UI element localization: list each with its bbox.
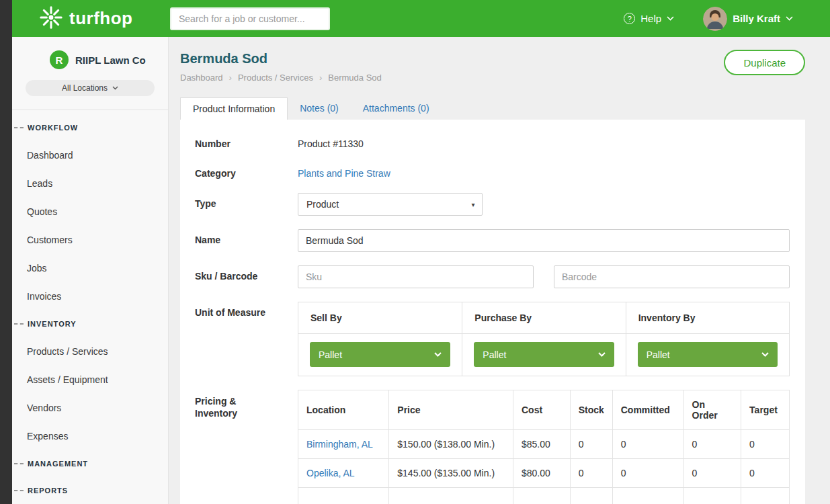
location-filter-label: All Locations: [62, 83, 108, 93]
company-name: RIIPL Lawn Co: [75, 54, 146, 66]
sidebar-item-products-services[interactable]: Products / Services: [12, 337, 168, 366]
left-rail: [0, 0, 12, 504]
section-dashes-icon: [14, 323, 24, 325]
logo[interactable]: turfhop: [12, 5, 169, 32]
sidebar-item-dashboard[interactable]: Dashboard: [12, 141, 168, 169]
chevron-down-icon: [786, 16, 793, 21]
col-target: Target: [741, 390, 790, 430]
unit-of-measure-row: Unit of Measure Sell By Purchase By Inve…: [180, 302, 805, 376]
breadcrumb-current: Bermuda Sod: [328, 73, 382, 83]
unit-of-measure-table: Sell By Purchase By Inventory By Pallet …: [298, 302, 790, 376]
breadcrumb-products-services[interactable]: Products / Services: [238, 73, 313, 83]
duplicate-button[interactable]: Duplicate: [724, 50, 805, 75]
number-label: Number: [195, 133, 298, 149]
tab-notes[interactable]: Notes (0): [288, 97, 351, 120]
sell-by-select[interactable]: Pallet: [310, 342, 450, 367]
purchase-by-select[interactable]: Pallet: [474, 342, 614, 367]
inventory-by-value: Pallet: [647, 349, 670, 360]
breadcrumb-separator: ›: [229, 73, 232, 83]
help-icon: ?: [624, 13, 635, 24]
nav-section-reports[interactable]: REPORTS: [12, 477, 168, 504]
name-label: Name: [195, 229, 298, 252]
sidebar-item-customers[interactable]: Customers: [12, 226, 168, 254]
help-label: Help: [640, 13, 661, 24]
sku-input[interactable]: [298, 265, 534, 288]
page-head: Bermuda Sod Dashboard › Products / Servi…: [180, 37, 805, 83]
company-account[interactable]: R RIIPL Lawn Co: [50, 50, 168, 69]
unit-of-measure-label: Unit of Measure: [195, 302, 298, 376]
section-dashes-icon: [14, 127, 24, 128]
uom-col-purchase-by: Purchase By: [462, 302, 625, 334]
nav-section-label: INVENTORY: [28, 320, 77, 328]
committed-cell: 0: [612, 459, 683, 488]
type-label: Type: [195, 193, 298, 216]
sprinkler-logo-icon: [39, 5, 63, 32]
tab-product-information[interactable]: Product Information: [180, 97, 288, 120]
sidebar-item-jobs[interactable]: Jobs: [12, 254, 168, 282]
purchase-by-value: Pallet: [483, 349, 506, 360]
on-order-cell: 0: [683, 459, 741, 488]
chevron-down-icon: [667, 16, 674, 21]
price-cell: $150.00 ($138.00 Min.): [389, 430, 513, 459]
section-dashes-icon: [14, 463, 24, 464]
col-committed: Committed: [612, 390, 683, 430]
sidebar-item-assets-equipment[interactable]: Assets / Equipment: [12, 366, 168, 394]
pricing-table: Location Price Cost Stock Committed On O…: [298, 390, 790, 504]
category-link[interactable]: Plants and Pine Straw: [298, 163, 390, 179]
chevron-down-icon: [434, 352, 442, 357]
pricing-inventory-row: Pricing & Inventory Location Price Cost: [180, 390, 805, 504]
logo-text: turfhop: [69, 8, 132, 29]
location-filter[interactable]: All Locations: [26, 80, 155, 96]
type-select-value: Product: [298, 199, 464, 210]
col-stock: Stock: [570, 390, 612, 430]
tab-attachments[interactable]: Attachments (0): [351, 97, 442, 120]
nav-section-workflow: WORKFLOW: [12, 114, 168, 141]
sidebar-item-leads[interactable]: Leads: [12, 169, 168, 198]
target-cell: 0: [741, 459, 790, 488]
price-cell: $145.00 ($135.00 Min.): [389, 459, 513, 488]
main-content: Bermuda Sod Dashboard › Products / Servi…: [169, 37, 830, 504]
nav-section-label: WORKFLOW: [28, 124, 78, 132]
sidebar-item-quotes[interactable]: Quotes: [12, 198, 168, 226]
help-menu[interactable]: ? Help: [624, 13, 674, 24]
nav-section-label: REPORTS: [28, 487, 68, 495]
sidebar-item-invoices[interactable]: Invoices: [12, 282, 168, 310]
user-menu[interactable]: Billy Kraft: [703, 7, 793, 31]
table-row-partial: [298, 488, 790, 504]
name-row: Name: [180, 229, 805, 252]
breadcrumb-dashboard[interactable]: Dashboard: [180, 73, 223, 83]
sidebar: R RIIPL Lawn Co All Locations WORKFLOW D…: [12, 37, 169, 504]
company-logo: R: [50, 50, 69, 69]
page-title: Bermuda Sod: [180, 51, 805, 67]
nav-section-inventory: INVENTORY: [12, 310, 168, 337]
pricing-inventory-label: Pricing & Inventory: [195, 390, 298, 504]
sidebar-item-expenses[interactable]: Expenses: [12, 422, 168, 450]
col-cost: Cost: [513, 390, 571, 430]
target-cell: 0: [741, 430, 790, 459]
nav-section-label: MANAGEMENT: [28, 460, 88, 468]
col-location: Location: [298, 390, 389, 430]
sidebar-item-vendors[interactable]: Vendors: [12, 394, 168, 422]
location-link-opelika[interactable]: Opelika, AL: [306, 468, 355, 478]
type-select[interactable]: Product ▾: [298, 193, 483, 216]
user-name: Billy Kraft: [733, 13, 780, 24]
chevron-down-icon: [598, 352, 606, 357]
sku-barcode-label: Sku / Barcode: [195, 265, 298, 288]
name-input[interactable]: [298, 229, 790, 252]
col-on-order: On Order: [683, 390, 741, 430]
sell-by-value: Pallet: [319, 349, 342, 360]
cost-cell: $85.00: [513, 430, 571, 459]
search-input[interactable]: [170, 7, 330, 30]
top-header: turfhop ? Help Billy Kraft: [12, 0, 830, 37]
type-row: Type Product ▾: [180, 193, 805, 216]
tabs: Product Information Notes (0) Attachment…: [180, 97, 805, 120]
on-order-cell: 0: [683, 430, 741, 459]
barcode-input[interactable]: [554, 265, 790, 288]
section-dashes-icon: [14, 490, 24, 491]
number-row: Number Product #11330: [180, 133, 805, 149]
nav-section-management[interactable]: MANAGEMENT: [12, 450, 168, 477]
col-price: Price: [389, 390, 513, 430]
committed-cell: 0: [612, 430, 683, 459]
location-link-birmingham[interactable]: Birmingham, AL: [306, 439, 373, 450]
inventory-by-select[interactable]: Pallet: [638, 342, 778, 367]
